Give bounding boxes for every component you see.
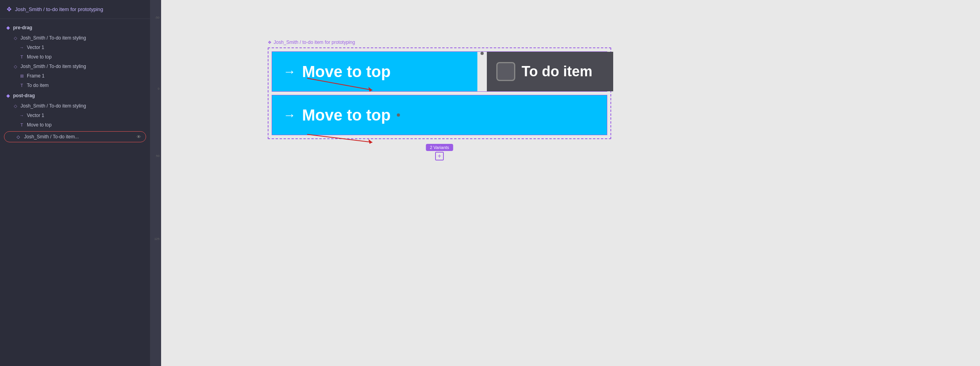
tree-item-frame1[interactable]: ⊞ Frame 1 xyxy=(0,71,150,81)
text-icon: T xyxy=(19,54,24,60)
ruler-label-neg50: -50 xyxy=(155,16,160,19)
section-post-drag[interactable]: ◆ post-drag xyxy=(0,90,150,101)
text-icon-2: T xyxy=(19,83,24,88)
section-pre-drag[interactable]: ◆ pre-drag xyxy=(0,22,150,33)
diamond-outline-icon: ◇ xyxy=(13,35,18,41)
move-to-top-2-label: Move to top xyxy=(27,122,52,128)
vector1-label: Vector 1 xyxy=(27,45,44,50)
todo-checkbox[interactable] xyxy=(496,62,515,81)
section-pre-drag-label: pre-drag xyxy=(13,25,32,30)
frame1-label: Frame 1 xyxy=(27,73,45,79)
variant-row-2: → Move to top xyxy=(272,95,607,135)
tree-item-styling-1[interactable]: ◇ Josh_Smith / To-do item styling xyxy=(0,33,150,43)
variants-add-button[interactable]: + xyxy=(435,152,444,160)
vertical-ruler: -50 0 50 125 xyxy=(150,0,161,366)
component-group[interactable]: ❖ Josh_Smith / to-do item for prototypin… xyxy=(268,47,611,139)
sidebar: ❖ Josh_Smith / to-do item for prototypin… xyxy=(0,0,150,366)
diamond-outline-icon-4: ◇ xyxy=(15,134,21,140)
sidebar-tree: ◆ pre-drag ◇ Josh_Smith / To-do item sty… xyxy=(0,19,150,366)
sidebar-title: Josh_Smith / to-do item for prototyping xyxy=(15,6,103,12)
move-to-top-bar-2[interactable]: → Move to top xyxy=(272,95,607,135)
diamond-filled-icon: ◆ xyxy=(6,25,10,30)
tree-item-selected[interactable]: ◇ Josh_Smith / To-do item... 👁 xyxy=(4,131,146,142)
ruler-label-125: 125 xyxy=(154,237,160,241)
component-group-label: ❖ Josh_Smith / to-do item for prototypin… xyxy=(268,40,355,45)
tree-item-styling-2[interactable]: ◇ Josh_Smith / To-do item styling xyxy=(0,62,150,71)
styling-1-label: Josh_Smith / To-do item styling xyxy=(21,35,86,41)
sidebar-header[interactable]: ❖ Josh_Smith / to-do item for prototypin… xyxy=(0,0,150,19)
frame-icon: ⊞ xyxy=(19,73,24,79)
move-to-top-arrow-1: → xyxy=(283,64,296,79)
text-icon-3: T xyxy=(19,122,24,128)
tree-item-move-to-top-1[interactable]: T Move to top xyxy=(0,52,150,62)
arrow-icon-2: → xyxy=(19,113,24,118)
canvas: ❖ Josh_Smith / to-do item for prototypin… xyxy=(161,0,980,366)
styling-2-label: Josh_Smith / To-do item styling xyxy=(21,64,86,69)
diamond-outline-icon-3: ◇ xyxy=(13,103,18,109)
component-icon: ❖ xyxy=(6,6,12,13)
move-to-top-arrow-2: → xyxy=(283,108,296,123)
tree-item-vector1[interactable]: → Vector 1 xyxy=(0,43,150,52)
tree-item-styling-3[interactable]: ◇ Josh_Smith / To-do item styling xyxy=(0,101,150,111)
styling-3-label: Josh_Smith / To-do item styling xyxy=(21,103,86,109)
todo-item-text: To do item xyxy=(522,63,592,80)
eye-icon: 👁 xyxy=(137,134,141,139)
move-to-top-1-label: Move to top xyxy=(27,54,52,60)
vector2-label: Vector 1 xyxy=(27,113,44,118)
move-to-top-bar-1[interactable]: → Move to top xyxy=(272,52,477,91)
move-to-top-text-1: Move to top xyxy=(302,63,390,81)
tree-item-vector2[interactable]: → Vector 1 xyxy=(0,111,150,120)
selected-item-label: Josh_Smith / To-do item... xyxy=(24,134,79,140)
diamond-filled-icon-2: ◆ xyxy=(6,93,10,98)
dot-indicator-1 xyxy=(481,52,484,55)
variants-badge: 2 Variants xyxy=(426,144,453,151)
arrow-icon: → xyxy=(19,45,24,50)
section-post-drag-label: post-drag xyxy=(13,93,35,98)
todo-item-label: To do item xyxy=(27,83,49,88)
dot-indicator-2 xyxy=(397,113,400,117)
ruler-label-50: 50 xyxy=(156,154,160,158)
component-group-title: Josh_Smith / to-do item for prototyping xyxy=(274,40,355,45)
tree-item-todo-item[interactable]: T To do item xyxy=(0,81,150,90)
variant-row-1: → Move to top To do item xyxy=(272,51,607,92)
ruler-label-0: 0 xyxy=(158,87,160,91)
move-to-top-text-2: Move to top xyxy=(302,106,390,124)
diamond-outline-icon-2: ◇ xyxy=(13,64,18,69)
component-group-icon: ❖ xyxy=(268,40,272,45)
svg-marker-3 xyxy=(368,139,372,144)
tree-item-move-to-top-2[interactable]: T Move to top xyxy=(0,120,150,130)
todo-item-bar[interactable]: To do item xyxy=(487,52,613,91)
